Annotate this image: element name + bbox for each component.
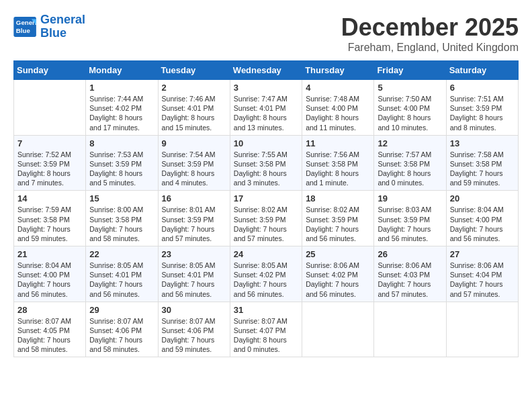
calendar-cell xyxy=(446,302,518,357)
day-of-week-header: Saturday xyxy=(446,61,518,80)
location: Fareham, England, United Kingdom xyxy=(341,42,519,54)
day-info: Sunrise: 7:48 AM Sunset: 4:00 PM Dayligh… xyxy=(306,94,370,132)
day-number: 19 xyxy=(378,193,442,203)
day-info: Sunrise: 7:55 AM Sunset: 3:58 PM Dayligh… xyxy=(234,150,298,188)
logo-line1: General xyxy=(40,13,85,26)
day-of-week-header: Wednesday xyxy=(230,61,302,80)
day-number: 6 xyxy=(450,83,515,93)
day-number: 8 xyxy=(89,138,154,148)
calendar-cell: 3Sunrise: 7:47 AM Sunset: 4:01 PM Daylig… xyxy=(230,80,302,136)
logo-icon: General Blue xyxy=(13,17,38,37)
calendar-cell: 11Sunrise: 7:56 AM Sunset: 3:58 PM Dayli… xyxy=(302,135,374,191)
calendar-cell: 23Sunrise: 8:05 AM Sunset: 4:01 PM Dayli… xyxy=(158,246,230,302)
calendar-cell: 12Sunrise: 7:57 AM Sunset: 3:58 PM Dayli… xyxy=(374,135,446,191)
day-number: 24 xyxy=(234,249,298,259)
day-number: 13 xyxy=(450,138,515,148)
day-number: 2 xyxy=(162,83,226,93)
calendar-table: SundayMondayTuesdayWednesdayThursdayFrid… xyxy=(13,60,519,357)
day-info: Sunrise: 8:06 AM Sunset: 4:02 PM Dayligh… xyxy=(306,261,370,299)
calendar-cell: 26Sunrise: 8:06 AM Sunset: 4:03 PM Dayli… xyxy=(374,246,446,302)
calendar-cell: 7Sunrise: 7:52 AM Sunset: 3:59 PM Daylig… xyxy=(14,135,86,191)
day-info: Sunrise: 7:53 AM Sunset: 3:59 PM Dayligh… xyxy=(89,150,154,188)
calendar-cell: 17Sunrise: 8:02 AM Sunset: 3:59 PM Dayli… xyxy=(230,191,302,246)
day-info: Sunrise: 8:07 AM Sunset: 4:05 PM Dayligh… xyxy=(17,316,82,355)
day-info: Sunrise: 7:56 AM Sunset: 3:58 PM Dayligh… xyxy=(306,150,370,188)
day-number: 20 xyxy=(450,193,515,203)
day-number: 7 xyxy=(17,138,82,148)
day-info: Sunrise: 7:47 AM Sunset: 4:01 PM Dayligh… xyxy=(234,94,298,132)
day-info: Sunrise: 7:54 AM Sunset: 3:59 PM Dayligh… xyxy=(162,150,226,188)
day-info: Sunrise: 8:04 AM Sunset: 4:00 PM Dayligh… xyxy=(17,261,82,299)
calendar-cell: 13Sunrise: 7:58 AM Sunset: 3:58 PM Dayli… xyxy=(446,135,518,191)
calendar-cell: 31Sunrise: 8:07 AM Sunset: 4:07 PM Dayli… xyxy=(230,302,302,357)
day-info: Sunrise: 8:02 AM Sunset: 3:59 PM Dayligh… xyxy=(306,205,370,243)
title-block: December 2025 Fareham, England, United K… xyxy=(341,13,519,54)
day-number: 9 xyxy=(162,138,226,148)
calendar-week-row: 14Sunrise: 7:59 AM Sunset: 3:58 PM Dayli… xyxy=(14,191,519,246)
calendar-cell: 4Sunrise: 7:48 AM Sunset: 4:00 PM Daylig… xyxy=(302,80,374,136)
calendar-week-row: 7Sunrise: 7:52 AM Sunset: 3:59 PM Daylig… xyxy=(14,135,519,191)
calendar-cell xyxy=(374,302,446,357)
day-number: 23 xyxy=(162,249,226,259)
calendar-cell: 22Sunrise: 8:05 AM Sunset: 4:01 PM Dayli… xyxy=(86,246,158,302)
day-number: 5 xyxy=(378,83,442,93)
day-number: 3 xyxy=(234,83,298,93)
day-info: Sunrise: 8:07 AM Sunset: 4:07 PM Dayligh… xyxy=(234,316,298,355)
day-number: 22 xyxy=(89,249,154,259)
calendar-cell xyxy=(14,80,86,136)
calendar-week-row: 21Sunrise: 8:04 AM Sunset: 4:00 PM Dayli… xyxy=(14,246,519,302)
day-of-week-header: Sunday xyxy=(14,61,86,80)
page-header: General Blue General Blue December 2025 … xyxy=(13,13,519,54)
day-info: Sunrise: 8:02 AM Sunset: 3:59 PM Dayligh… xyxy=(234,205,298,243)
day-info: Sunrise: 8:05 AM Sunset: 4:01 PM Dayligh… xyxy=(162,261,226,299)
day-number: 29 xyxy=(89,305,154,315)
calendar-cell: 20Sunrise: 8:04 AM Sunset: 4:00 PM Dayli… xyxy=(446,191,518,246)
calendar-cell: 6Sunrise: 7:51 AM Sunset: 3:59 PM Daylig… xyxy=(446,80,518,136)
calendar-cell: 29Sunrise: 8:07 AM Sunset: 4:06 PM Dayli… xyxy=(86,302,158,357)
logo-line2: Blue xyxy=(40,26,66,40)
calendar-cell: 14Sunrise: 7:59 AM Sunset: 3:58 PM Dayli… xyxy=(14,191,86,246)
day-number: 28 xyxy=(17,305,82,315)
month-title: December 2025 xyxy=(341,13,519,42)
calendar-cell: 16Sunrise: 8:01 AM Sunset: 3:59 PM Dayli… xyxy=(158,191,230,246)
calendar-cell: 9Sunrise: 7:54 AM Sunset: 3:59 PM Daylig… xyxy=(158,135,230,191)
logo-text: General Blue xyxy=(40,13,85,40)
calendar-cell xyxy=(302,302,374,357)
day-info: Sunrise: 8:03 AM Sunset: 3:59 PM Dayligh… xyxy=(378,205,442,243)
day-info: Sunrise: 7:51 AM Sunset: 3:59 PM Dayligh… xyxy=(450,94,515,132)
day-number: 17 xyxy=(234,193,298,203)
day-number: 4 xyxy=(306,83,370,93)
day-info: Sunrise: 7:58 AM Sunset: 3:58 PM Dayligh… xyxy=(450,150,515,188)
day-number: 11 xyxy=(306,138,370,148)
day-info: Sunrise: 7:59 AM Sunset: 3:58 PM Dayligh… xyxy=(17,205,82,243)
day-of-week-header: Monday xyxy=(86,61,158,80)
calendar-week-row: 28Sunrise: 8:07 AM Sunset: 4:05 PM Dayli… xyxy=(14,302,519,357)
day-number: 31 xyxy=(234,305,298,315)
day-number: 25 xyxy=(306,249,370,259)
day-of-week-header: Tuesday xyxy=(158,61,230,80)
day-of-week-header: Friday xyxy=(374,61,446,80)
logo: General Blue General Blue xyxy=(13,13,85,40)
calendar-cell: 24Sunrise: 8:05 AM Sunset: 4:02 PM Dayli… xyxy=(230,246,302,302)
day-number: 10 xyxy=(234,138,298,148)
day-number: 27 xyxy=(450,249,515,259)
calendar-cell: 28Sunrise: 8:07 AM Sunset: 4:05 PM Dayli… xyxy=(14,302,86,357)
day-info: Sunrise: 8:07 AM Sunset: 4:06 PM Dayligh… xyxy=(162,316,226,355)
day-number: 21 xyxy=(17,249,82,259)
day-info: Sunrise: 8:07 AM Sunset: 4:06 PM Dayligh… xyxy=(89,316,154,355)
calendar-cell: 30Sunrise: 8:07 AM Sunset: 4:06 PM Dayli… xyxy=(158,302,230,357)
day-info: Sunrise: 7:44 AM Sunset: 4:02 PM Dayligh… xyxy=(89,94,154,132)
calendar-cell: 15Sunrise: 8:00 AM Sunset: 3:58 PM Dayli… xyxy=(86,191,158,246)
day-info: Sunrise: 8:06 AM Sunset: 4:03 PM Dayligh… xyxy=(378,261,442,299)
calendar-cell: 27Sunrise: 8:06 AM Sunset: 4:04 PM Dayli… xyxy=(446,246,518,302)
day-info: Sunrise: 8:04 AM Sunset: 4:00 PM Dayligh… xyxy=(450,205,515,243)
svg-text:Blue: Blue xyxy=(16,27,31,34)
day-number: 30 xyxy=(162,305,226,315)
calendar-cell: 8Sunrise: 7:53 AM Sunset: 3:59 PM Daylig… xyxy=(86,135,158,191)
day-number: 16 xyxy=(162,193,226,203)
day-number: 14 xyxy=(17,193,82,203)
calendar-cell: 10Sunrise: 7:55 AM Sunset: 3:58 PM Dayli… xyxy=(230,135,302,191)
calendar-header-row: SundayMondayTuesdayWednesdayThursdayFrid… xyxy=(14,61,519,80)
calendar-cell: 25Sunrise: 8:06 AM Sunset: 4:02 PM Dayli… xyxy=(302,246,374,302)
calendar-cell: 5Sunrise: 7:50 AM Sunset: 4:00 PM Daylig… xyxy=(374,80,446,136)
